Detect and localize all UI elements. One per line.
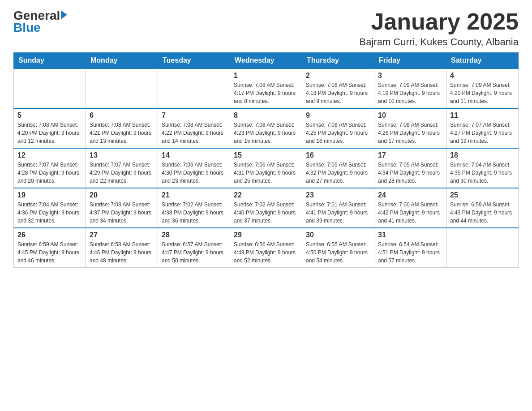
calendar-cell: 5Sunrise: 7:08 AM Sunset: 4:20 PM Daylig… (14, 108, 86, 148)
day-info: Sunrise: 7:08 AM Sunset: 4:23 PM Dayligh… (234, 121, 298, 145)
calendar-cell: 2Sunrise: 7:08 AM Sunset: 4:18 PM Daylig… (302, 68, 374, 108)
day-info: Sunrise: 7:05 AM Sunset: 4:34 PM Dayligh… (378, 161, 442, 185)
calendar-header: SundayMondayTuesdayWednesdayThursdayFrid… (14, 53, 519, 69)
calendar-cell: 17Sunrise: 7:05 AM Sunset: 4:34 PM Dayli… (374, 148, 446, 188)
day-info: Sunrise: 7:03 AM Sunset: 4:37 PM Dayligh… (90, 201, 154, 225)
calendar-cell: 19Sunrise: 7:04 AM Sunset: 4:36 PM Dayli… (14, 188, 86, 228)
day-number: 16 (306, 151, 370, 159)
calendar-cell: 22Sunrise: 7:02 AM Sunset: 4:40 PM Dayli… (230, 188, 302, 228)
day-info: Sunrise: 7:06 AM Sunset: 4:31 PM Dayligh… (234, 161, 298, 185)
day-number: 22 (234, 191, 298, 199)
calendar-body: 1Sunrise: 7:08 AM Sunset: 4:17 PM Daylig… (14, 68, 519, 268)
calendar-cell: 9Sunrise: 7:08 AM Sunset: 4:25 PM Daylig… (302, 108, 374, 148)
calendar-week-4: 19Sunrise: 7:04 AM Sunset: 4:36 PM Dayli… (14, 188, 519, 228)
day-number: 2 (306, 72, 370, 80)
day-info: Sunrise: 6:59 AM Sunset: 4:45 PM Dayligh… (17, 240, 82, 265)
day-number: 13 (90, 151, 154, 159)
day-info: Sunrise: 7:02 AM Sunset: 4:40 PM Dayligh… (234, 201, 298, 225)
calendar-cell: 30Sunrise: 6:55 AM Sunset: 4:50 PM Dayli… (302, 228, 374, 268)
day-number: 17 (378, 151, 442, 159)
calendar-cell: 26Sunrise: 6:59 AM Sunset: 4:45 PM Dayli… (14, 228, 86, 268)
calendar-cell (158, 68, 230, 108)
calendar-cell: 21Sunrise: 7:02 AM Sunset: 4:38 PM Dayli… (158, 188, 230, 228)
calendar-cell: 31Sunrise: 6:54 AM Sunset: 4:51 PM Dayli… (374, 228, 446, 268)
header-thursday: Thursday (302, 53, 374, 69)
day-number: 15 (234, 151, 298, 159)
calendar-cell: 20Sunrise: 7:03 AM Sunset: 4:37 PM Dayli… (86, 188, 158, 228)
calendar-cell (86, 68, 158, 108)
day-info: Sunrise: 7:07 AM Sunset: 4:28 PM Dayligh… (17, 161, 82, 185)
calendar-cell: 16Sunrise: 7:05 AM Sunset: 4:32 PM Dayli… (302, 148, 374, 188)
logo-arrow-icon (61, 10, 67, 19)
calendar-cell: 15Sunrise: 7:06 AM Sunset: 4:31 PM Dayli… (230, 148, 302, 188)
header-monday: Monday (86, 53, 158, 69)
day-number: 9 (306, 111, 370, 120)
header-tuesday: Tuesday (158, 53, 230, 69)
day-number: 4 (450, 72, 515, 80)
calendar-cell: 14Sunrise: 7:06 AM Sunset: 4:30 PM Dayli… (158, 148, 230, 188)
day-info: Sunrise: 7:07 AM Sunset: 4:27 PM Dayligh… (450, 121, 515, 145)
day-number: 25 (450, 191, 515, 199)
day-number: 7 (162, 111, 226, 120)
header-sunday: Sunday (14, 53, 86, 69)
day-info: Sunrise: 7:08 AM Sunset: 4:22 PM Dayligh… (162, 121, 226, 145)
day-number: 20 (90, 191, 154, 199)
calendar-cell: 25Sunrise: 6:59 AM Sunset: 4:43 PM Dayli… (446, 188, 519, 228)
day-number: 14 (162, 151, 226, 159)
day-info: Sunrise: 7:09 AM Sunset: 4:20 PM Dayligh… (450, 81, 515, 105)
calendar-cell: 11Sunrise: 7:07 AM Sunset: 4:27 PM Dayli… (446, 108, 519, 148)
calendar-cell: 23Sunrise: 7:01 AM Sunset: 4:41 PM Dayli… (302, 188, 374, 228)
day-info: Sunrise: 7:05 AM Sunset: 4:32 PM Dayligh… (306, 161, 370, 185)
day-info: Sunrise: 7:01 AM Sunset: 4:41 PM Dayligh… (306, 201, 370, 225)
day-info: Sunrise: 6:55 AM Sunset: 4:50 PM Dayligh… (306, 240, 370, 265)
calendar-cell: 12Sunrise: 7:07 AM Sunset: 4:28 PM Dayli… (14, 148, 86, 188)
calendar-cell: 6Sunrise: 7:08 AM Sunset: 4:21 PM Daylig… (86, 108, 158, 148)
calendar-week-3: 12Sunrise: 7:07 AM Sunset: 4:28 PM Dayli… (14, 148, 519, 188)
day-info: Sunrise: 6:59 AM Sunset: 4:43 PM Dayligh… (450, 201, 515, 225)
day-number: 30 (306, 231, 370, 239)
day-number: 31 (378, 231, 442, 239)
calendar-week-5: 26Sunrise: 6:59 AM Sunset: 4:45 PM Dayli… (14, 228, 519, 268)
day-info: Sunrise: 7:07 AM Sunset: 4:29 PM Dayligh… (90, 161, 154, 185)
day-number: 5 (17, 111, 82, 120)
day-number: 10 (378, 111, 442, 120)
subtitle: Bajram Curri, Kukes County, Albania (360, 36, 519, 48)
calendar-cell: 18Sunrise: 7:04 AM Sunset: 4:35 PM Dayli… (446, 148, 519, 188)
calendar-week-2: 5Sunrise: 7:08 AM Sunset: 4:20 PM Daylig… (14, 108, 519, 148)
day-info: Sunrise: 7:00 AM Sunset: 4:42 PM Dayligh… (378, 201, 442, 225)
day-number: 23 (306, 191, 370, 199)
calendar-cell: 27Sunrise: 6:58 AM Sunset: 4:46 PM Dayli… (86, 228, 158, 268)
day-info: Sunrise: 7:06 AM Sunset: 4:30 PM Dayligh… (162, 161, 226, 185)
day-info: Sunrise: 7:04 AM Sunset: 4:35 PM Dayligh… (450, 161, 515, 185)
calendar-cell (14, 68, 86, 108)
calendar-cell: 10Sunrise: 7:08 AM Sunset: 4:26 PM Dayli… (374, 108, 446, 148)
day-info: Sunrise: 7:09 AM Sunset: 4:19 PM Dayligh… (378, 81, 442, 105)
day-number: 3 (378, 72, 442, 80)
day-number: 28 (162, 231, 226, 239)
calendar-cell (446, 228, 519, 268)
day-number: 24 (378, 191, 442, 199)
day-number: 1 (234, 72, 298, 80)
calendar-cell: 7Sunrise: 7:08 AM Sunset: 4:22 PM Daylig… (158, 108, 230, 148)
day-info: Sunrise: 7:08 AM Sunset: 4:18 PM Dayligh… (306, 81, 370, 105)
calendar-cell: 3Sunrise: 7:09 AM Sunset: 4:19 PM Daylig… (374, 68, 446, 108)
calendar-week-1: 1Sunrise: 7:08 AM Sunset: 4:17 PM Daylig… (14, 68, 519, 108)
day-number: 27 (90, 231, 154, 239)
day-info: Sunrise: 6:57 AM Sunset: 4:47 PM Dayligh… (162, 240, 226, 265)
day-number: 6 (90, 111, 154, 120)
day-info: Sunrise: 7:08 AM Sunset: 4:25 PM Dayligh… (306, 121, 370, 145)
day-number: 12 (17, 151, 82, 159)
title-area: January 2025 Bajram Curri, Kukes County,… (360, 9, 519, 48)
day-number: 26 (17, 231, 82, 239)
page-header: General Blue January 2025 Bajram Curri, … (13, 9, 519, 48)
main-title: January 2025 (360, 9, 519, 34)
day-info: Sunrise: 7:04 AM Sunset: 4:36 PM Dayligh… (17, 201, 82, 225)
header-friday: Friday (374, 53, 446, 69)
logo-text-blue: Blue (13, 21, 41, 35)
day-info: Sunrise: 7:08 AM Sunset: 4:17 PM Dayligh… (234, 81, 298, 105)
day-number: 8 (234, 111, 298, 120)
day-number: 29 (234, 231, 298, 239)
calendar-table: SundayMondayTuesdayWednesdayThursdayFrid… (13, 52, 519, 268)
day-info: Sunrise: 6:54 AM Sunset: 4:51 PM Dayligh… (378, 240, 442, 265)
header-row: SundayMondayTuesdayWednesdayThursdayFrid… (14, 53, 519, 69)
